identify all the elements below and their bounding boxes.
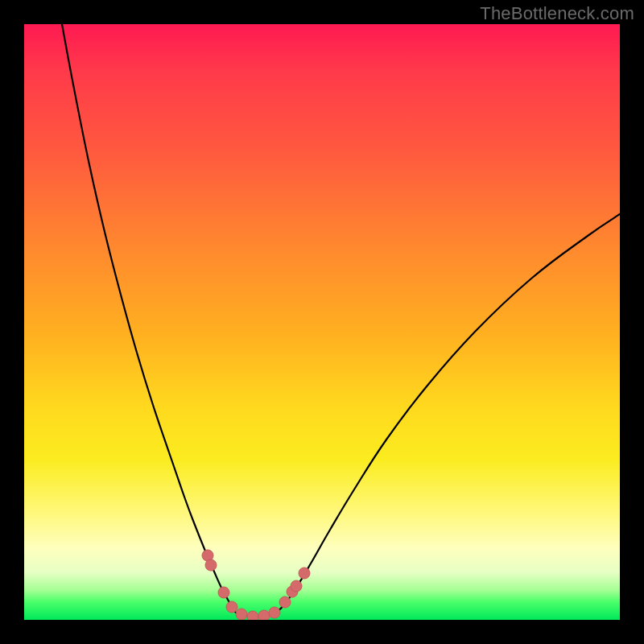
curve-marker <box>226 601 237 613</box>
curve-marker <box>236 609 247 620</box>
curve-marker <box>291 580 302 592</box>
curve-marker <box>269 607 280 618</box>
watermark-text: TheBottleneck.com <box>480 3 634 24</box>
curve-marker <box>218 587 229 598</box>
bottleneck-curve <box>62 24 620 617</box>
curve-marker <box>279 597 291 608</box>
curve-svg <box>24 24 620 620</box>
chart-frame: TheBottleneck.com <box>0 0 644 644</box>
curve-marker <box>258 610 270 620</box>
marker-group <box>202 550 310 620</box>
curve-marker <box>247 611 258 620</box>
curve-marker <box>299 568 310 579</box>
curve-marker <box>205 559 217 571</box>
plot-area <box>24 24 620 620</box>
